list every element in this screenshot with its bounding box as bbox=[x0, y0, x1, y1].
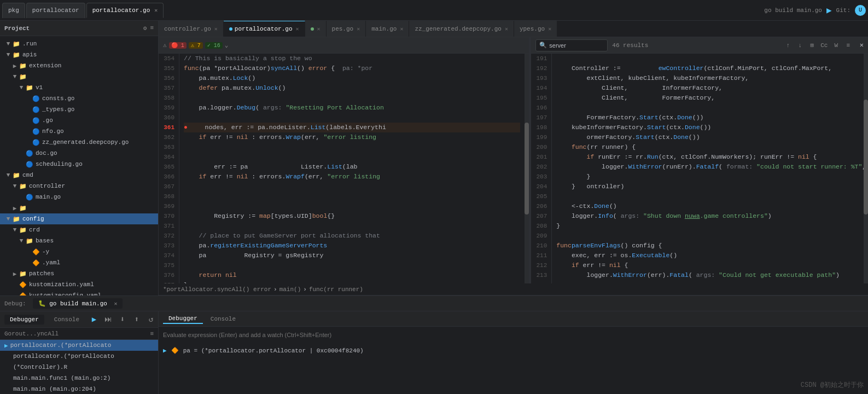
tree-item-yaml2[interactable]: ▶ 🔶 .yaml bbox=[0, 257, 158, 268]
run-icon[interactable]: ▶ bbox=[826, 5, 832, 16]
tree-label: zz_generated.deepcopy.go bbox=[42, 139, 129, 146]
sidebar-settings-icon[interactable]: ⚙ bbox=[143, 25, 147, 32]
step-over-btn[interactable]: ⏭ bbox=[102, 314, 114, 326]
debug-main: Debugger Console ▶ 🔶 pa = (*portallocato… bbox=[159, 311, 868, 394]
goroutine-item[interactable]: main.main (main.go:204) bbox=[0, 384, 158, 394]
tree-item-consts[interactable]: ▶ 🔵 consts.go bbox=[0, 93, 158, 104]
goroutine-item[interactable]: (*Controller).R bbox=[0, 362, 158, 373]
go-file-icon: 🔵 bbox=[25, 194, 34, 201]
folder-icon: 📁 bbox=[12, 172, 21, 179]
prev-result-btn[interactable]: ↑ bbox=[783, 40, 793, 50]
filter-btn[interactable]: ≡ bbox=[843, 40, 853, 50]
tree-item-kustomization[interactable]: ▶ 🔶 kustomization.yaml bbox=[0, 279, 158, 290]
right-scrollbar[interactable] bbox=[864, 54, 868, 283]
expand-icon[interactable]: ⌄ bbox=[225, 42, 229, 49]
close-tab-icon[interactable]: ✕ bbox=[357, 26, 360, 32]
tree-item-kustomizeconfig[interactable]: ▶ 🔶 kustomizeconfig.yaml bbox=[0, 290, 158, 296]
bottom-tabs: Debug: 🐛 go build main.go ✕ bbox=[0, 296, 868, 311]
build-label: go build main.go bbox=[764, 7, 822, 14]
tab-pkg[interactable]: pkg bbox=[2, 3, 25, 18]
step-out-btn[interactable]: ⬆ bbox=[131, 314, 143, 326]
tree-item-nfo[interactable]: ▶ 🔵 nfo.go bbox=[0, 126, 158, 137]
left-scrollbar[interactable] bbox=[525, 54, 529, 283]
resume-btn[interactable]: ▶ bbox=[88, 314, 100, 326]
debugger-tab[interactable]: Debugger bbox=[4, 315, 44, 325]
tab-portallocator[interactable]: portallocator bbox=[26, 3, 85, 18]
close-tab-icon[interactable]: ✕ bbox=[400, 26, 403, 32]
tab-pes-go[interactable]: pes.go ✕ bbox=[327, 21, 366, 37]
line-numbers-right: 191 192 193 194 195 196 197 198 199 200 … bbox=[531, 54, 552, 283]
code-line: Controller := ewController(ctlConf.MinPo… bbox=[556, 63, 859, 73]
debug-controls: ▶ ⏭ ⬇ ⬆ ↺ ⚙ bbox=[88, 314, 159, 326]
word-btn[interactable]: W bbox=[831, 40, 841, 50]
code-line: if runErr := rr.Run(ctx, ctlConf.NumWork… bbox=[556, 152, 859, 162]
code-line: logger.Info( args: "Shut down nuwa.game … bbox=[556, 211, 859, 221]
tree-item-crd[interactable]: ▼ 📁 crd bbox=[0, 224, 158, 235]
code-line: func (pa *portAllocator) syncAll() error… bbox=[184, 63, 520, 73]
tree-item-main-go[interactable]: ▶ 🔵 main.go bbox=[0, 192, 158, 202]
expand-btn[interactable]: ⊞ bbox=[807, 40, 817, 50]
tab-blank[interactable]: ✕ bbox=[305, 21, 327, 37]
tree-item-bases[interactable]: ▼ 📁 bases bbox=[0, 235, 158, 246]
tab-portallocator-go[interactable]: portallocator.go ✕ bbox=[86, 3, 164, 18]
goroutine-item[interactable]: ▶ portallocator.(*portAllocato bbox=[0, 340, 158, 351]
code-line bbox=[556, 54, 859, 63]
close-tab-icon[interactable]: ✕ bbox=[154, 7, 158, 14]
close-search-icon[interactable]: ✕ bbox=[860, 41, 864, 49]
tree-item-extension[interactable]: ▶ 📁 extension bbox=[0, 60, 158, 71]
tree-item-types[interactable]: ▶ 🔵 _types.go bbox=[0, 104, 158, 115]
next-result-btn[interactable]: ↓ bbox=[795, 40, 805, 50]
console-tab[interactable]: Console bbox=[49, 315, 85, 325]
tree-item-zz[interactable]: ▶ 🔵 zz_generated.deepcopy.go bbox=[0, 137, 158, 148]
close-tab-icon[interactable]: ✕ bbox=[548, 26, 551, 32]
search-bar-left: ⚠ 🔴 1 ⚠ 7 ✓ 16 ⌄ bbox=[159, 37, 529, 54]
code-line: pa Registry = gsRegistry bbox=[184, 251, 520, 260]
close-tab-icon[interactable]: ✕ bbox=[505, 26, 508, 32]
tree-item-blank-go[interactable]: ▶ 🔵 .go bbox=[0, 115, 158, 126]
tab-label: portallocator.go bbox=[235, 26, 293, 32]
console-main-tab[interactable]: Console bbox=[205, 315, 241, 323]
tree-item-blank-dir[interactable]: ▶ 📁 bbox=[0, 202, 158, 213]
close-tab-icon[interactable]: ✕ bbox=[295, 26, 299, 32]
tree-item-apis[interactable]: ▼ 📁 apis bbox=[0, 49, 158, 60]
goroutine-item[interactable]: main.main.func1 (main.go:2) bbox=[0, 373, 158, 384]
code-line bbox=[556, 103, 859, 113]
tree-item-patches[interactable]: ▶ 📁 patches bbox=[0, 268, 158, 279]
tree-item-v1[interactable]: ▼ 📁 v1 bbox=[0, 82, 158, 93]
code-content-left[interactable]: // This is basically a stop the wo func … bbox=[179, 54, 525, 283]
rerun-btn[interactable]: ↺ bbox=[145, 314, 157, 326]
goroutines-expand-icon[interactable]: ≡ bbox=[150, 331, 154, 337]
debugger-main-tab[interactable]: Debugger bbox=[163, 314, 203, 324]
folder-icon: 📁 bbox=[12, 216, 21, 223]
debug-main-tabs: Debugger Console bbox=[159, 311, 868, 327]
code-line: pa.logger.Debug( args: "Resetting Port A… bbox=[184, 103, 520, 113]
tree-item-doc[interactable]: ▶ 🔵 doc.go bbox=[0, 148, 158, 159]
eval-input[interactable] bbox=[163, 332, 864, 338]
tab-zz-generated[interactable]: zz_generated.deepcopy.go ✕ bbox=[409, 21, 514, 37]
close-tab-icon[interactable]: ✕ bbox=[214, 26, 218, 32]
code-line: if err != nil { bbox=[556, 260, 859, 270]
tree-item-config[interactable]: ▼ 📁 config bbox=[0, 213, 158, 224]
tree-item-scheduling[interactable]: ▶ 🔵 scheduling.go bbox=[0, 159, 158, 170]
tab-controller-go[interactable]: controller.go ✕ bbox=[159, 21, 224, 37]
code-content-right[interactable]: Controller := ewController(ctlConf.MinPo… bbox=[552, 54, 864, 283]
close-tab-icon[interactable]: ✕ bbox=[317, 26, 321, 32]
tree-label: kustomization.yaml bbox=[29, 281, 94, 288]
case-btn[interactable]: Cc bbox=[819, 40, 829, 50]
sidebar-menu-icon[interactable]: ≡ bbox=[150, 25, 154, 32]
tree-item-blank1[interactable]: ▼ 📁 bbox=[0, 71, 158, 82]
tab-main-go[interactable]: main.go ✕ bbox=[366, 21, 409, 37]
step-into-btn[interactable]: ⬇ bbox=[116, 314, 129, 326]
tree-item-cmd[interactable]: ▼ 📁 cmd bbox=[0, 170, 158, 181]
tree-item-yaml1[interactable]: ▶ 🔶 -y bbox=[0, 246, 158, 257]
tree-item-controller[interactable]: ▼ 📁 controller bbox=[0, 181, 158, 192]
goroutine-item[interactable]: portallocator.(*portAllocato bbox=[0, 351, 158, 362]
code-line bbox=[184, 182, 520, 192]
close-debug-tab-icon[interactable]: ✕ bbox=[114, 301, 117, 307]
tree-item-run[interactable]: ▼ 📁 .run bbox=[0, 38, 158, 49]
tab-portallocator-go[interactable]: portallocator.go ✕ bbox=[224, 21, 305, 37]
debug-inner-tabs: Debugger Console bbox=[4, 315, 85, 325]
search-input[interactable] bbox=[549, 42, 604, 49]
tab-ypes-go[interactable]: ypes.go ✕ bbox=[514, 21, 557, 37]
bottom-tab-debug[interactable]: 🐛 go build main.go ✕ bbox=[33, 298, 123, 309]
